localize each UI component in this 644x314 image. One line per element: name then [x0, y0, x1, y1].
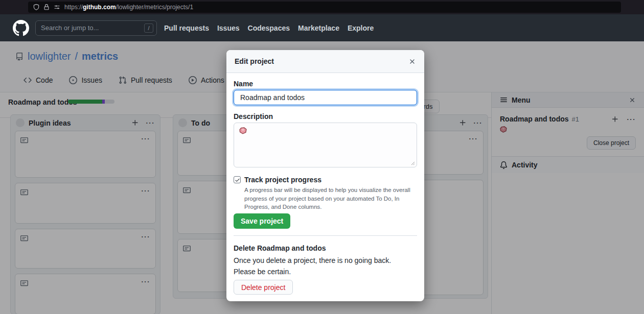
dialog-header: Edit project	[226, 50, 424, 73]
nav-codespaces[interactable]: Codespaces	[248, 24, 290, 32]
close-dialog-icon[interactable]	[408, 58, 416, 65]
divider	[234, 235, 417, 236]
search-input[interactable]	[41, 24, 144, 32]
delete-warning-text: Once you delete a project, there is no g…	[234, 255, 407, 277]
track-progress-row: Track project progress	[234, 176, 321, 184]
project-description-textarea[interactable]	[234, 123, 417, 167]
track-progress-help: A progress bar will be displayed to help…	[244, 186, 423, 211]
permissions-icon[interactable]	[54, 4, 60, 10]
pink-blob-emoji	[234, 123, 417, 138]
delete-section-heading: Delete Roadmap and todos	[234, 244, 326, 252]
github-header: / Pull requests Issues Codespaces Market…	[0, 14, 644, 41]
resize-handle[interactable]	[410, 161, 415, 165]
nav-issues[interactable]: Issues	[217, 24, 240, 32]
github-logo-icon[interactable]	[13, 20, 29, 36]
address-bar[interactable]: https://github.com/lowlighter/metrics/pr…	[28, 2, 621, 13]
global-search[interactable]: /	[35, 20, 157, 36]
nav-explore[interactable]: Explore	[348, 24, 374, 32]
browser-chrome: https://github.com/lowlighter/metrics/pr…	[0, 0, 644, 14]
project-name-input[interactable]	[234, 90, 417, 105]
delete-project-button[interactable]: Delete project	[234, 280, 293, 295]
nav-pull-requests[interactable]: Pull requests	[164, 24, 209, 32]
name-label: Name	[234, 80, 253, 88]
dialog-title: Edit project	[235, 57, 408, 65]
url-text: https://github.com/lowlighter/metrics/pr…	[64, 4, 193, 11]
description-label: Description	[234, 112, 273, 120]
edit-project-dialog: Edit project Name Description Track proj…	[226, 50, 424, 301]
lock-icon[interactable]	[43, 4, 50, 10]
save-project-button[interactable]: Save project	[234, 213, 290, 229]
track-progress-checkbox[interactable]	[234, 176, 241, 183]
screen: https://github.com/lowlighter/metrics/pr…	[0, 0, 644, 314]
slash-shortcut-badge: /	[144, 23, 153, 33]
nav-marketplace[interactable]: Marketplace	[298, 24, 339, 32]
shield-icon[interactable]	[33, 4, 39, 10]
header-nav: Pull requests Issues Codespaces Marketpl…	[164, 24, 374, 32]
track-progress-label: Track project progress	[244, 176, 321, 184]
